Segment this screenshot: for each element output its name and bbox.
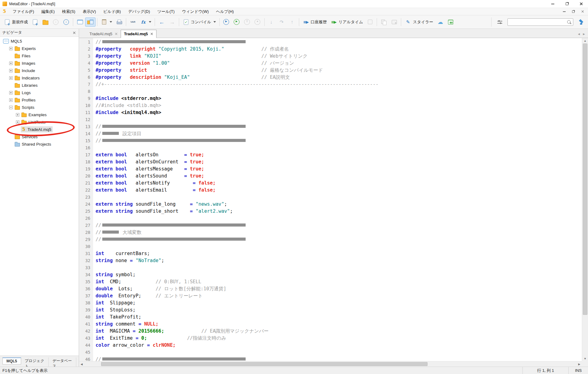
step-out-button[interactable] [287,17,297,27]
var-button[interactable] [128,17,138,27]
code-line-41[interactable]: 41string comment = NULL; [79,321,582,328]
forward-button[interactable] [167,17,177,27]
navigator-toggle-button[interactable] [85,17,96,27]
tab-close-icon[interactable] [115,32,118,35]
code-line-38[interactable]: 38int Slippage; [79,300,582,307]
scroll-down-icon[interactable]: ▼ [582,356,588,361]
scroll-up-icon[interactable]: ▲ [582,38,588,43]
code-line-8[interactable]: 8 [79,88,582,95]
debug-start-button[interactable] [221,17,232,27]
dropdown-arrow-icon[interactable] [149,21,151,23]
expand-icon[interactable] [16,113,19,116]
code-line-21[interactable]: 21extern bool alertsNotify = false; [79,180,582,187]
tree-item-shared-projects[interactable]: Shared Projects [0,140,79,148]
code-line-3[interactable]: 3#property link "KOJI" // Webサイトリンク [79,53,582,60]
window-minimize-button[interactable] [546,0,560,8]
expand-icon[interactable] [9,91,13,94]
menu-item-build[interactable]: ビルド(B) [100,8,124,15]
code-line-46[interactable]: 46// [79,356,582,361]
code-line-26[interactable]: 26 [79,215,582,222]
tab-scroll-right-icon[interactable]: ▸ [583,32,585,36]
window-layout-button[interactable] [75,17,85,27]
styler-button[interactable]: スタイラー [403,17,435,27]
code-line-19[interactable]: 19extern bool alertsMessage = true; [79,166,582,173]
code-line-29[interactable]: 29// [79,236,582,243]
new-doc-button[interactable]: 新規作成 [2,17,30,27]
dropdown-arrow-icon[interactable] [110,21,112,23]
code-line-20[interactable]: 20extern bool alertsSound = true; [79,173,582,180]
code-line-16[interactable]: 16 [79,144,582,151]
tree-item-include[interactable]: Include [0,67,79,74]
sync-button[interactable] [51,17,61,27]
settings-button[interactable] [495,17,505,27]
expand-icon[interactable] [9,69,13,72]
editor-tab-1[interactable]: TradeAI.mq5 [121,30,156,38]
new-doc-alt-button[interactable] [30,17,40,27]
calendar-button[interactable] [446,17,456,27]
code-line-44[interactable]: 44color arrow_color = clrNONE; [79,342,582,349]
snippet-button[interactable] [389,17,399,27]
vertical-scrollbar[interactable]: ▲ ▼ [582,38,588,361]
window-restore-button[interactable] [560,0,574,8]
tree-item-examples[interactable]: Examples [0,111,79,118]
account-history-button[interactable]: 口座履歴 [301,17,329,27]
document-restore-button[interactable] [571,9,576,14]
tree-item-tradeai-mq5[interactable]: TradeAI.mq5 [0,126,79,133]
scroll-right-icon[interactable]: ▶ [577,361,582,367]
realtime-button[interactable]: リアルタイム [329,17,365,27]
code-line-35[interactable]: 35int CMD; // 0:BUY, 1:SELL [79,278,582,285]
tree-item-indicators[interactable]: Indicators [0,74,79,82]
tree-item-libraries[interactable]: Libraries [0,82,79,89]
education-button[interactable] [576,17,586,27]
code-editor[interactable]: 1//2#property copyright "Copyright 2015,… [79,38,582,361]
code-line-13[interactable]: 13// [79,123,582,130]
menu-item-edit[interactable]: 編集(E) [38,8,58,15]
tree-item-mql5[interactable]: MQL5 [0,37,79,45]
code-line-45[interactable]: 45 [79,349,582,356]
code-line-25[interactable]: 25extern string soundFile_short = "alert… [79,208,582,215]
document-close-button[interactable] [580,9,585,14]
document-minimize-button[interactable] [562,9,567,14]
menu-item-debug[interactable]: デバッグ(D) [125,8,154,15]
open-folder-button[interactable] [40,17,51,27]
code-line-22[interactable]: 22extern bool alertsEmail = false; [79,187,582,194]
search-input[interactable] [509,20,566,24]
horizontal-scrollbar[interactable]: ◀ ▶ [79,361,582,367]
step-into-button[interactable] [266,17,277,27]
code-line-14[interactable]: 14// 設定項目 [79,130,582,137]
horizontal-scroll-thumb[interactable] [101,362,428,366]
tree-item-services[interactable]: Services [0,133,79,140]
code-line-2[interactable]: 2#property copyright "Copyright 2015, Ko… [79,46,582,53]
code-line-4[interactable]: 4#property version "1.00" // バージョン [79,60,582,67]
code-line-1[interactable]: 1// [79,39,582,46]
code-line-12[interactable]: 12 [79,116,582,123]
code-line-18[interactable]: 18extern bool alertsOnCurrent = true; [79,158,582,166]
code-line-28[interactable]: 28// 大域変数 [79,229,582,236]
stop-button[interactable] [252,17,263,27]
code-line-39[interactable]: 39int StopLoss; [79,307,582,314]
code-line-10[interactable]: 10//#include <stdlib.mqh> [79,102,582,109]
code-line-9[interactable]: 9#include <stderror.mqh> [79,95,582,102]
scroll-left-icon[interactable]: ◀ [79,361,84,367]
code-line-11[interactable]: 11#include <initmql4.mqh> [79,109,582,116]
tree-item-unittests[interactable]: UnitTests [0,118,79,126]
code-line-31[interactable]: 31int currentBars; [79,250,582,257]
editor-tab-0[interactable]: TradeAI.mq5 [86,30,121,38]
pause-button[interactable] [242,17,252,27]
start-button[interactable] [232,17,242,27]
code-line-24[interactable]: 24extern string soundFile_long = "news.w… [79,201,582,208]
code-line-37[interactable]: 37double EntoryP; // エントリーレート [79,292,582,300]
print-button[interactable] [114,17,124,27]
collapse-icon[interactable] [9,106,13,109]
code-line-27[interactable]: 27// [79,222,582,229]
code-line-30[interactable]: 30 [79,243,582,250]
navigator-tab-0[interactable]: MQL5 [2,357,21,364]
code-line-33[interactable]: 33 [79,264,582,271]
expand-icon[interactable] [16,120,19,124]
checkbox-button[interactable] [365,17,375,27]
menu-item-window[interactable]: ウィンドウ(W) [178,8,212,15]
vertical-scroll-thumb[interactable] [583,44,587,315]
tab-close-icon[interactable] [150,32,153,35]
menu-item-help[interactable]: ヘルプ(H) [212,8,237,15]
code-line-15[interactable]: 15// [79,137,582,144]
